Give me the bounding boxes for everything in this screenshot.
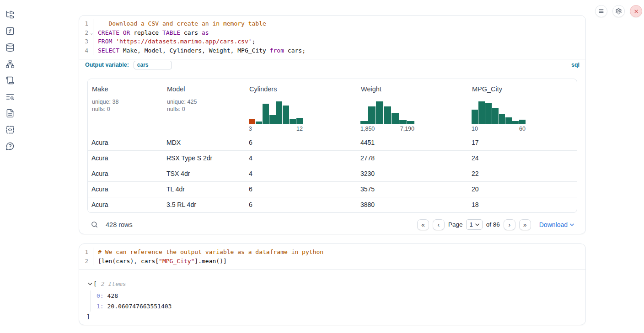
column-header-model[interactable]: Model unique: 425 nulls: 0 — [163, 79, 245, 135]
menu-button[interactable] — [595, 5, 607, 17]
hist-tick-max: 60 — [519, 126, 526, 132]
histogram-bar — [392, 113, 399, 124]
table-cell: TL 4dr — [163, 185, 245, 193]
code-text: CREATE OR replace TABLE cars as — [93, 28, 209, 37]
log-search-icon[interactable] — [5, 92, 15, 101]
notebook-cell-python: 1# We can reference the output variable … — [79, 243, 586, 325]
chevron-down-icon — [475, 223, 479, 226]
table-cell: 2778 — [357, 154, 468, 162]
table-cell: 18 — [468, 201, 577, 208]
histogram-bar — [290, 119, 296, 124]
table-row[interactable]: AcuraRSX Type S 2dr4277824 — [88, 150, 577, 166]
close-icon — [633, 9, 639, 14]
collapse-chevron-icon[interactable] — [88, 282, 93, 285]
output-variable-input[interactable] — [134, 61, 172, 69]
code-text: # We can reference the output variable a… — [93, 248, 323, 257]
page-select[interactable]: 1 — [466, 219, 482, 230]
column-stat: nulls: 0 — [167, 106, 245, 113]
window-controls — [595, 5, 642, 17]
table-cell: 4451 — [357, 139, 468, 146]
document-icon[interactable] — [5, 109, 15, 118]
histogram-bar — [283, 106, 289, 124]
help-icon[interactable] — [5, 142, 15, 151]
table-cell: 17 — [468, 139, 577, 146]
line-number: 1 — [79, 248, 93, 257]
histogram-bar — [492, 108, 499, 124]
prev-page-button[interactable]: ‹ — [433, 219, 445, 230]
hist-tick-max: 12 — [296, 126, 303, 132]
output-variable-bar: Output variable: sql — [79, 59, 585, 71]
table-row[interactable]: Acura3.5 RL 4dr6388018 — [88, 197, 577, 212]
next-page-button[interactable]: › — [504, 219, 515, 230]
column-header-mpg-city[interactable]: MPG_City 10 60 — [468, 79, 577, 135]
weight-histogram: 1,850 7,190 — [360, 101, 414, 132]
code-line[interactable]: 3FROM 'https://datasets.marimo.app/cars.… — [79, 37, 585, 46]
tree-entry-value: 20.060747663551403 — [104, 303, 172, 310]
table-cell: TSX 4dr — [163, 170, 245, 177]
histogram-bar — [256, 122, 262, 124]
file-tree-icon[interactable] — [5, 10, 15, 19]
histogram-bar — [276, 101, 283, 124]
fold-marker-icon[interactable]: ⌄ — [91, 29, 93, 38]
histogram-bar — [368, 106, 376, 124]
code-line[interactable]: 4SELECT Make, Model, Cylinders, Weight, … — [79, 46, 585, 55]
shutdown-button[interactable] — [630, 5, 642, 17]
code-line[interactable]: 1# We can reference the output variable … — [79, 248, 585, 257]
column-stat: nulls: 0 — [92, 106, 163, 113]
column-header-make[interactable]: Make unique: 38 nulls: 0 — [88, 79, 163, 135]
line-number: 1 — [79, 19, 93, 28]
table-footer: 428 rows « ‹ Page 1 of 86 › » Download — [91, 219, 574, 231]
settings-button[interactable] — [612, 5, 625, 17]
database-icon[interactable] — [5, 43, 15, 52]
last-page-button[interactable]: » — [519, 219, 531, 230]
table-row[interactable]: AcuraTL 4dr6357520 — [88, 181, 577, 197]
column-header-weight[interactable]: Weight 1,850 7,190 — [357, 79, 468, 135]
histogram-bar — [384, 106, 391, 124]
scroll-icon[interactable] — [5, 76, 15, 85]
hist-tick-min: 1,850 — [360, 126, 375, 132]
sql-code-editor[interactable]: 1-- Download a CSV and create an in-memo… — [79, 16, 585, 59]
open-bracket: [ — [93, 280, 97, 287]
histogram-bar — [399, 120, 407, 124]
code-line[interactable]: 1-- Download a CSV and create an in-memo… — [79, 19, 585, 28]
snippets-icon[interactable] — [5, 125, 15, 134]
table-body: AcuraMDX6445117AcuraRSX Type S 2dr427782… — [88, 135, 577, 212]
table-cell: 24 — [468, 154, 577, 162]
close-bracket: ] — [86, 313, 585, 321]
page-of-label: of 86 — [486, 221, 500, 228]
column-header-cylinders[interactable]: Cylinders 3 12 — [245, 79, 357, 135]
table-cell: RSX Type S 2dr — [163, 154, 245, 162]
first-page-button[interactable]: « — [417, 219, 429, 230]
table-cell: 6 — [245, 185, 357, 193]
table-cell: 4 — [245, 170, 357, 177]
histogram-bar — [505, 117, 512, 124]
table-row[interactable]: AcuraMDX6445117 — [88, 135, 577, 150]
code-text: -- Download a CSV and create an in-memor… — [93, 19, 266, 28]
download-button[interactable]: Download — [539, 221, 574, 228]
notebook-cell-sql: 1-- Download a CSV and create an in-memo… — [79, 15, 586, 234]
python-code-editor[interactable]: 1# We can reference the output variable … — [79, 244, 585, 269]
tree-entries: 0: 4281: 20.060747663551403 — [91, 291, 585, 312]
sidebar — [0, 0, 20, 333]
code-line[interactable]: 2⌄CREATE OR replace TABLE cars as — [79, 28, 585, 37]
table-cell: 20 — [468, 185, 577, 193]
tree-entry-key: 1: — [97, 303, 104, 310]
table-cell: 22 — [468, 170, 577, 177]
code-line[interactable]: 2[len(cars), cars["MPG_City"].mean()] — [79, 257, 585, 266]
code-text: [len(cars), cars["MPG_City"].mean()] — [93, 257, 227, 266]
table-cell: Acura — [88, 201, 163, 208]
code-text: SELECT Make, Model, Cylinders, Weight, M… — [93, 46, 306, 55]
functions-icon[interactable] — [5, 26, 15, 36]
histogram-bar — [249, 119, 255, 124]
table-cell: 3.5 RL 4dr — [163, 201, 245, 208]
dependency-graph-icon[interactable] — [5, 59, 15, 69]
table-cell: 3575 — [357, 185, 468, 193]
tree-entry: 0: 428 — [97, 291, 585, 301]
table-cell: 4 — [245, 154, 357, 162]
search-icon[interactable] — [91, 221, 98, 228]
column-stat: unique: 425 — [167, 98, 245, 106]
table-row[interactable]: AcuraTSX 4dr4323022 — [88, 166, 577, 181]
table-header: Make unique: 38 nulls: 0 Model unique: 4… — [88, 79, 577, 135]
histogram-bar — [485, 103, 492, 124]
histogram-bar — [296, 118, 303, 124]
